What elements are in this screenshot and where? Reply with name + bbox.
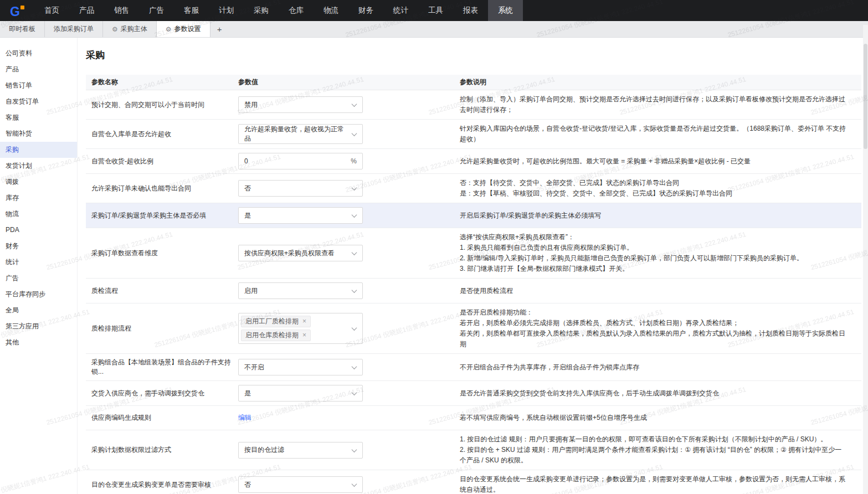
param-row-5: 采购订单数据查看维度按供应商权限+采购员权限查看选择“按供应商权限+采购员权限查… xyxy=(86,228,861,279)
param-multiselect[interactable]: 启用工厂质检排期×启用仓库质检排期× xyxy=(238,313,363,344)
sidebar-item-6[interactable]: 采购 xyxy=(0,142,77,158)
desc-line: 控制（添加、导入）采购订单合同交期、预计交期是否允许选择过去时间进行保存；以及采… xyxy=(460,94,848,115)
sidebar-item-18[interactable]: 其他 xyxy=(0,335,77,351)
sidebar-item-11[interactable]: PDA xyxy=(0,222,77,238)
nav-item-8[interactable]: 物流 xyxy=(314,0,348,21)
param-value-cell: 不开启 xyxy=(238,359,460,375)
sidebar-item-13[interactable]: 统计 xyxy=(0,254,77,270)
page-title: 采购 xyxy=(86,49,861,61)
sidebar-item-15[interactable]: 平台库存同步 xyxy=(0,286,77,302)
desc-line: 允许超采购量收货时，可超收的比例范围。最大可收量 = 采购量 + 非赠品采购量×… xyxy=(460,156,848,167)
tab-2[interactable]: ⚙采购主体 xyxy=(102,21,156,37)
param-name: 采购组合品【本地组装场景】组合品的子件支持锁... xyxy=(86,358,238,377)
nav-item-1[interactable]: 产品 xyxy=(69,0,104,21)
desc-line: 目的仓变更系统会统一生成采购变更单进行记录；参数设置为是，则需要对变更单做人工审… xyxy=(460,474,848,494)
nav-item-12[interactable]: 报表 xyxy=(453,0,488,21)
param-name: 交货入供应商仓，需手动调拨到交货仓 xyxy=(86,389,238,398)
remove-tag-icon[interactable]: × xyxy=(302,317,306,326)
sidebar-item-14[interactable]: 广告 xyxy=(0,270,77,286)
param-select[interactable]: 是 xyxy=(238,207,363,224)
sidebar-item-2[interactable]: 销售订单 xyxy=(0,78,77,94)
sidebar-item-3[interactable]: 自发货订单 xyxy=(0,94,77,110)
desc-line: 是：支持【草稿、审核驳回、待交货、交货中、全部交货、已完成】状态的采购订单导出合… xyxy=(460,188,848,199)
sidebar-item-8[interactable]: 调拨 xyxy=(0,174,77,190)
param-input[interactable]: 0% xyxy=(238,153,363,169)
param-desc: 不开启组合品子件为共享库存，开启组合品子件为锁库点库存 xyxy=(460,362,861,373)
param-select[interactable]: 允许超采购量收货，超收视为正常品 xyxy=(238,124,363,144)
nav-item-2[interactable]: 销售 xyxy=(104,0,139,21)
table-body: 预计交期、合同交期可以小于当前时间禁用控制（添加、导入）采购订单合同交期、预计交… xyxy=(86,90,861,494)
tab-0[interactable]: 即时看板 xyxy=(0,21,44,37)
param-name: 质检流程 xyxy=(86,286,238,296)
sidebar-item-10[interactable]: 物流 xyxy=(0,206,77,222)
param-select[interactable]: 不开启 xyxy=(238,359,363,375)
sidebar-item-4[interactable]: 客服 xyxy=(0,110,77,126)
desc-line: 是否使用质检流程 xyxy=(460,286,848,296)
chevron-down-icon xyxy=(352,101,357,107)
sidebar-item-5[interactable]: 智能补货 xyxy=(0,126,77,142)
desc-line: 是否允许普通采购交货到交货仓前支持先入库供应商仓，后手动生成调拨单调拨到交货仓 xyxy=(460,388,848,399)
desc-line: 若开启，则质检单必须先完成排期（选择质检员、质检方式、计划质检日期）再录入质检结… xyxy=(460,318,848,328)
nav-item-4[interactable]: 客服 xyxy=(174,0,209,21)
param-row-6: 质检流程启用是否使用质检流程 xyxy=(86,279,861,303)
sidebar-item-7[interactable]: 发货计划 xyxy=(0,158,77,174)
new-tab-button[interactable]: + xyxy=(210,21,229,37)
sidebar-item-17[interactable]: 第三方应用 xyxy=(0,318,77,335)
nav-item-6[interactable]: 采购 xyxy=(244,0,279,21)
tag-list: 启用工厂质检排期×启用仓库质检排期× xyxy=(241,316,311,341)
sidebar-item-1[interactable]: 产品 xyxy=(0,61,77,78)
param-value-cell: 启用 xyxy=(238,282,460,299)
param-row-10: 供应商编码生成规则编辑若不填写供应商编号，系统自动根据设置前缀+5位自增序号生成 xyxy=(86,406,861,430)
input-value: 0 xyxy=(244,157,248,165)
param-row-0: 预计交期、合同交期可以小于当前时间禁用控制（添加、导入）采购订单合同交期、预计交… xyxy=(86,90,861,120)
nav-item-11[interactable]: 工具 xyxy=(418,0,453,21)
param-value-cell: 启用工厂质检排期×启用仓库质检排期× xyxy=(238,313,460,344)
param-select[interactable]: 否 xyxy=(238,476,363,493)
param-name: 自营仓收货-超收比例 xyxy=(86,157,238,166)
nav-item-9[interactable]: 财务 xyxy=(348,0,383,21)
chevron-down-icon xyxy=(352,287,357,293)
param-name: 采购计划数据权限过滤方式 xyxy=(86,445,238,455)
scrollbar-thumb[interactable] xyxy=(864,44,867,149)
sidebar-item-16[interactable]: 全局 xyxy=(0,302,77,318)
app-logo[interactable]: G xyxy=(0,2,34,19)
nav-item-3[interactable]: 广告 xyxy=(139,0,174,21)
nav-item-10[interactable]: 统计 xyxy=(383,0,418,21)
param-value-cell: 编辑 xyxy=(238,413,460,423)
desc-line: 若不填写供应商编号，系统自动根据设置前缀+5位自增序号生成 xyxy=(460,413,848,423)
remove-tag-icon[interactable]: × xyxy=(302,331,306,340)
nav-item-5[interactable]: 计划 xyxy=(209,0,244,21)
param-row-9: 交货入供应商仓，需手动调拨到交货仓是是否允许普通采购交货到交货仓前支持先入库供应… xyxy=(86,381,861,406)
param-value-cell: 按目的仓过滤 xyxy=(238,442,460,459)
nav-item-13[interactable]: 系统 xyxy=(488,0,523,21)
nav-item-7[interactable]: 仓库 xyxy=(279,0,314,21)
param-desc: 允许超采购量收货时，可超收的比例范围。最大可收量 = 采购量 + 非赠品采购量×… xyxy=(460,156,861,167)
vertical-scrollbar[interactable] xyxy=(863,25,868,494)
column-header-1: 参数值 xyxy=(238,78,460,87)
param-select[interactable]: 是 xyxy=(238,385,363,402)
edit-link[interactable]: 编辑 xyxy=(238,414,251,421)
tab-3[interactable]: ⚙参数设置 xyxy=(156,21,210,37)
chevron-down-icon xyxy=(352,325,357,331)
table-header: 参数名称参数值参数说明 xyxy=(86,75,861,90)
param-select[interactable]: 按供应商权限+采购员权限查看 xyxy=(238,245,363,261)
param-desc: 若不填写供应商编号，系统自动根据设置前缀+5位自增序号生成 xyxy=(460,413,861,423)
param-name: 质检排期流程 xyxy=(86,324,238,333)
param-value-cell: 否 xyxy=(238,180,460,197)
param-select[interactable]: 按目的仓过滤 xyxy=(238,442,363,459)
tag-label: 启用仓库质检排期 xyxy=(245,331,299,340)
desc-line: 2. 新增/编辑/导入采购订单时，采购员只能新增自己负责的采购订单，部门负责人可… xyxy=(460,253,848,264)
param-name: 供应商编码生成规则 xyxy=(86,413,238,423)
logo-letter: G xyxy=(10,4,20,19)
param-select[interactable]: 启用 xyxy=(238,282,363,299)
param-select[interactable]: 否 xyxy=(238,180,363,197)
param-select[interactable]: 禁用 xyxy=(238,96,363,113)
nav-item-0[interactable]: 首页 xyxy=(34,0,69,21)
desc-line: 开启后采购订单/采购退货单的采购主体必须填写 xyxy=(460,210,848,221)
tab-1[interactable]: 添加采购订单 xyxy=(44,21,102,37)
gear-icon: ⚙ xyxy=(112,26,118,33)
sidebar-item-9[interactable]: 库存 xyxy=(0,190,77,206)
param-name: 目的仓变更生成采购变更单是否需要审核 xyxy=(86,480,238,490)
sidebar-item-12[interactable]: 财务 xyxy=(0,238,77,254)
sidebar-item-0[interactable]: 公司资料 xyxy=(0,45,77,61)
